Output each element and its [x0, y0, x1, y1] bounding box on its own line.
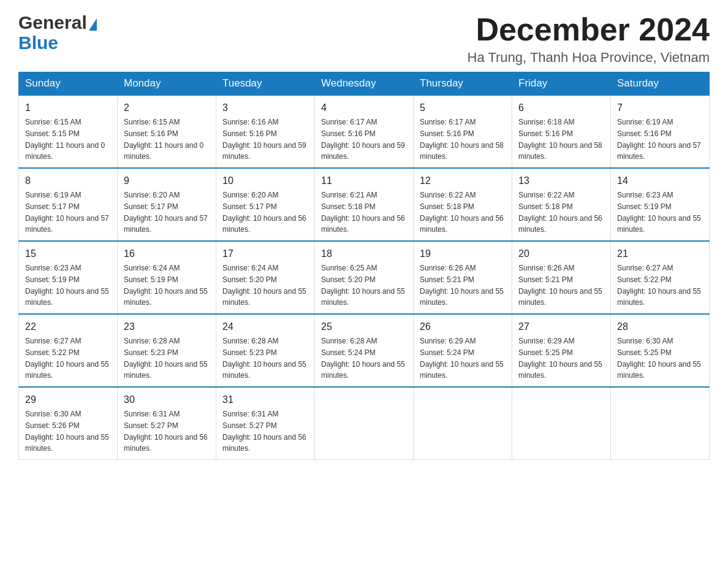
- header-wednesday: Wednesday: [315, 72, 414, 96]
- day-info: Sunrise: 6:23 AMSunset: 5:19 PMDaylight:…: [25, 264, 109, 307]
- week-row-2: 8Sunrise: 6:19 AMSunset: 5:17 PMDaylight…: [19, 168, 710, 241]
- header-tuesday: Tuesday: [216, 72, 315, 96]
- day-number: 12: [420, 174, 506, 188]
- day-number: 16: [124, 247, 210, 261]
- day-number: 4: [321, 101, 407, 115]
- day-cell-30: 30Sunrise: 6:31 AMSunset: 5:27 PMDayligh…: [118, 387, 216, 460]
- day-cell-13: 13Sunrise: 6:22 AMSunset: 5:18 PMDayligh…: [512, 168, 611, 241]
- day-cell-25: 25Sunrise: 6:28 AMSunset: 5:24 PMDayligh…: [315, 314, 414, 387]
- day-number: 14: [617, 174, 703, 188]
- empty-cell-w4d5: [512, 387, 611, 460]
- day-number: 18: [321, 247, 407, 261]
- day-info: Sunrise: 6:30 AMSunset: 5:25 PMDaylight:…: [617, 337, 701, 380]
- header-thursday: Thursday: [414, 72, 512, 96]
- day-cell-27: 27Sunrise: 6:29 AMSunset: 5:25 PMDayligh…: [512, 314, 611, 387]
- day-cell-1: 1Sunrise: 6:15 AMSunset: 5:15 PMDaylight…: [19, 95, 118, 168]
- day-info: Sunrise: 6:18 AMSunset: 5:16 PMDaylight:…: [518, 118, 602, 161]
- day-number: 25: [321, 320, 407, 334]
- day-cell-23: 23Sunrise: 6:28 AMSunset: 5:23 PMDayligh…: [118, 314, 216, 387]
- day-number: 29: [25, 393, 111, 407]
- day-number: 1: [25, 101, 111, 115]
- day-cell-9: 9Sunrise: 6:20 AMSunset: 5:17 PMDaylight…: [118, 168, 216, 241]
- day-info: Sunrise: 6:26 AMSunset: 5:21 PMDaylight:…: [420, 264, 504, 307]
- day-info: Sunrise: 6:28 AMSunset: 5:24 PMDaylight:…: [321, 337, 405, 380]
- day-info: Sunrise: 6:23 AMSunset: 5:19 PMDaylight:…: [617, 191, 701, 234]
- day-info: Sunrise: 6:27 AMSunset: 5:22 PMDaylight:…: [617, 264, 701, 307]
- day-number: 21: [617, 247, 703, 261]
- day-cell-8: 8Sunrise: 6:19 AMSunset: 5:17 PMDaylight…: [19, 168, 118, 241]
- day-info: Sunrise: 6:31 AMSunset: 5:27 PMDaylight:…: [124, 410, 208, 453]
- day-info: Sunrise: 6:27 AMSunset: 5:22 PMDaylight:…: [25, 337, 109, 380]
- day-number: 15: [25, 247, 111, 261]
- day-info: Sunrise: 6:29 AMSunset: 5:25 PMDaylight:…: [518, 337, 602, 380]
- day-info: Sunrise: 6:15 AMSunset: 5:15 PMDaylight:…: [25, 118, 105, 161]
- day-number: 24: [222, 320, 308, 334]
- day-info: Sunrise: 6:28 AMSunset: 5:23 PMDaylight:…: [222, 337, 306, 380]
- day-cell-16: 16Sunrise: 6:24 AMSunset: 5:19 PMDayligh…: [118, 241, 216, 314]
- day-number: 19: [420, 247, 506, 261]
- day-number: 2: [124, 101, 210, 115]
- page-header: General Blue December 2024 Ha Trung, Tha…: [18, 12, 710, 66]
- day-cell-7: 7Sunrise: 6:19 AMSunset: 5:16 PMDaylight…: [611, 95, 710, 168]
- day-info: Sunrise: 6:22 AMSunset: 5:18 PMDaylight:…: [420, 191, 504, 234]
- day-number: 26: [420, 320, 506, 334]
- day-cell-17: 17Sunrise: 6:24 AMSunset: 5:20 PMDayligh…: [216, 241, 315, 314]
- day-cell-6: 6Sunrise: 6:18 AMSunset: 5:16 PMDaylight…: [512, 95, 611, 168]
- day-info: Sunrise: 6:28 AMSunset: 5:23 PMDaylight:…: [124, 337, 208, 380]
- day-info: Sunrise: 6:17 AMSunset: 5:16 PMDaylight:…: [420, 118, 504, 161]
- day-number: 30: [124, 393, 210, 407]
- month-title: December 2024: [468, 12, 710, 47]
- day-cell-24: 24Sunrise: 6:28 AMSunset: 5:23 PMDayligh…: [216, 314, 315, 387]
- day-cell-31: 31Sunrise: 6:31 AMSunset: 5:27 PMDayligh…: [216, 387, 315, 460]
- day-number: 11: [321, 174, 407, 188]
- header-sunday: Sunday: [19, 72, 118, 96]
- day-number: 22: [25, 320, 111, 334]
- day-info: Sunrise: 6:30 AMSunset: 5:26 PMDaylight:…: [25, 410, 109, 453]
- day-number: 28: [617, 320, 703, 334]
- empty-cell-w4d4: [414, 387, 512, 460]
- day-cell-18: 18Sunrise: 6:25 AMSunset: 5:20 PMDayligh…: [315, 241, 414, 314]
- day-info: Sunrise: 6:16 AMSunset: 5:16 PMDaylight:…: [222, 118, 306, 161]
- weekday-header-row: Sunday Monday Tuesday Wednesday Thursday…: [19, 72, 710, 96]
- week-row-5: 29Sunrise: 6:30 AMSunset: 5:26 PMDayligh…: [19, 387, 710, 460]
- day-number: 27: [518, 320, 604, 334]
- logo: General Blue: [18, 12, 97, 53]
- day-number: 7: [617, 101, 703, 115]
- empty-cell-w4d6: [611, 387, 710, 460]
- day-number: 17: [222, 247, 308, 261]
- day-info: Sunrise: 6:25 AMSunset: 5:20 PMDaylight:…: [321, 264, 405, 307]
- day-cell-29: 29Sunrise: 6:30 AMSunset: 5:26 PMDayligh…: [19, 387, 118, 460]
- day-cell-3: 3Sunrise: 6:16 AMSunset: 5:16 PMDaylight…: [216, 95, 315, 168]
- day-info: Sunrise: 6:31 AMSunset: 5:27 PMDaylight:…: [222, 410, 306, 453]
- day-cell-12: 12Sunrise: 6:22 AMSunset: 5:18 PMDayligh…: [414, 168, 512, 241]
- header-saturday: Saturday: [611, 72, 710, 96]
- day-number: 3: [222, 101, 308, 115]
- calendar-table: Sunday Monday Tuesday Wednesday Thursday…: [18, 72, 710, 460]
- day-info: Sunrise: 6:24 AMSunset: 5:19 PMDaylight:…: [124, 264, 208, 307]
- day-cell-5: 5Sunrise: 6:17 AMSunset: 5:16 PMDaylight…: [414, 95, 512, 168]
- day-info: Sunrise: 6:20 AMSunset: 5:17 PMDaylight:…: [124, 191, 208, 234]
- day-info: Sunrise: 6:19 AMSunset: 5:16 PMDaylight:…: [617, 118, 701, 161]
- day-info: Sunrise: 6:24 AMSunset: 5:20 PMDaylight:…: [222, 264, 306, 307]
- day-number: 8: [25, 174, 111, 188]
- week-row-3: 15Sunrise: 6:23 AMSunset: 5:19 PMDayligh…: [19, 241, 710, 314]
- header-monday: Monday: [118, 72, 216, 96]
- day-info: Sunrise: 6:20 AMSunset: 5:17 PMDaylight:…: [222, 191, 306, 234]
- day-cell-22: 22Sunrise: 6:27 AMSunset: 5:22 PMDayligh…: [19, 314, 118, 387]
- day-cell-11: 11Sunrise: 6:21 AMSunset: 5:18 PMDayligh…: [315, 168, 414, 241]
- title-area: December 2024 Ha Trung, Thanh Hoa Provin…: [468, 12, 710, 66]
- day-cell-26: 26Sunrise: 6:29 AMSunset: 5:24 PMDayligh…: [414, 314, 512, 387]
- day-info: Sunrise: 6:17 AMSunset: 5:16 PMDaylight:…: [321, 118, 405, 161]
- day-number: 31: [222, 393, 308, 407]
- day-number: 5: [420, 101, 506, 115]
- day-cell-4: 4Sunrise: 6:17 AMSunset: 5:16 PMDaylight…: [315, 95, 414, 168]
- day-number: 13: [518, 174, 604, 188]
- day-cell-21: 21Sunrise: 6:27 AMSunset: 5:22 PMDayligh…: [611, 241, 710, 314]
- header-friday: Friday: [512, 72, 611, 96]
- day-number: 23: [124, 320, 210, 334]
- day-number: 10: [222, 174, 308, 188]
- empty-cell-w4d3: [315, 387, 414, 460]
- week-row-4: 22Sunrise: 6:27 AMSunset: 5:22 PMDayligh…: [19, 314, 710, 387]
- day-cell-14: 14Sunrise: 6:23 AMSunset: 5:19 PMDayligh…: [611, 168, 710, 241]
- logo-blue: Blue: [18, 33, 97, 53]
